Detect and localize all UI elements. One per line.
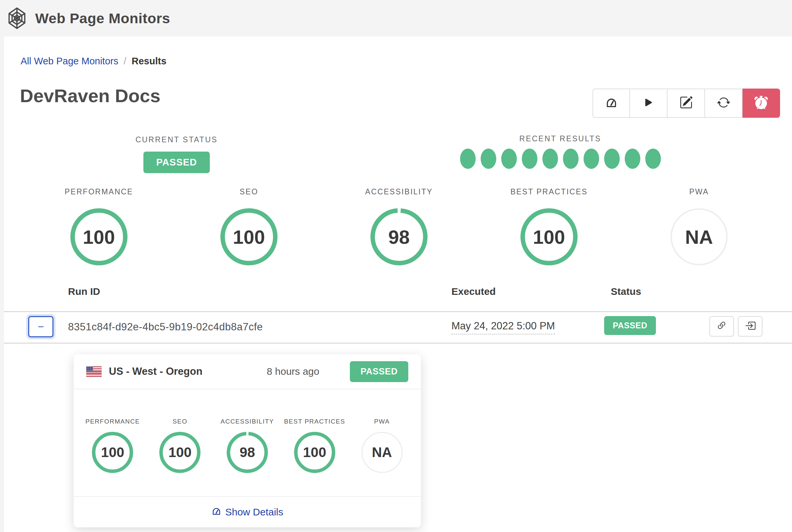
score-value: 100: [101, 444, 124, 460]
breadcrumb-link-all-monitors[interactable]: All Web Page Monitors: [21, 56, 118, 66]
breadcrumb: All Web Page Monitors / Results: [21, 56, 166, 66]
score-best-practices: BEST PRACTICES100: [474, 187, 624, 265]
score-label: PWA: [374, 418, 390, 425]
current-status-badge: PASSED: [143, 152, 209, 173]
link-icon: [716, 320, 727, 332]
monitor-toolbar: [592, 89, 780, 118]
score-circle: NA: [362, 432, 403, 473]
content-panel: All Web Page Monitors / Results DevRaven…: [4, 37, 792, 532]
score-label: SEO: [240, 187, 258, 196]
recent-result-dot: [625, 149, 640, 169]
row-actions: [710, 316, 762, 337]
score-circle: 100: [159, 432, 201, 473]
score-value: 100: [168, 444, 191, 460]
score-value: 98: [388, 226, 410, 248]
column-header-run-id: Run ID: [68, 286, 100, 297]
score-circle: 100: [70, 208, 127, 265]
score-pwa: PWANA: [348, 418, 416, 473]
score-accessibility: ACCESSIBILITY98: [324, 187, 474, 265]
show-details-link[interactable]: Show Details: [74, 497, 421, 527]
score-value: 100: [533, 226, 565, 248]
score-seo: SEO100: [146, 418, 214, 473]
score-circle: 98: [370, 208, 427, 265]
recent-result-dot: [522, 149, 537, 169]
show-details-label: Show Details: [225, 507, 283, 518]
edit-icon: [680, 96, 693, 111]
score-label: PWA: [689, 187, 709, 196]
score-label: BEST PRACTICES: [511, 187, 588, 196]
recent-result-dot: [501, 149, 517, 169]
table-divider-top: [4, 311, 792, 312]
recent-result-dot: [584, 149, 599, 169]
column-header-executed: Executed: [452, 286, 496, 297]
alarm-icon: [755, 96, 768, 111]
score-circle: 100: [520, 208, 577, 265]
score-best-practices: BEST PRACTICES100: [281, 418, 348, 473]
recent-results-section: RECENT RESULTS: [386, 134, 735, 169]
current-status-section: CURRENT STATUS PASSED: [110, 135, 243, 173]
score-label: BEST PRACTICES: [284, 418, 345, 425]
score-label: ACCESSIBILITY: [220, 418, 274, 425]
score-value: NA: [372, 444, 392, 460]
recent-result-dot: [563, 149, 578, 169]
refresh-button[interactable]: [705, 89, 742, 118]
score-value: 100: [303, 444, 326, 460]
web-monitor-logo-icon: [7, 7, 26, 29]
refresh-icon: [717, 96, 730, 111]
score-summary-row: PERFORMANCE100SEO100ACCESSIBILITY98BEST …: [24, 187, 774, 265]
box-arrow-in-right-icon: [745, 320, 755, 332]
score-label: ACCESSIBILITY: [365, 187, 433, 196]
score-performance: PERFORMANCE100: [24, 187, 174, 265]
result-score-row: PERFORMANCE100SEO100ACCESSIBILITY98BEST …: [79, 418, 416, 473]
open-run-button[interactable]: [738, 316, 762, 337]
score-label: PERFORMANCE: [85, 418, 140, 425]
score-seo: SEO100: [174, 187, 324, 265]
score-circle: 100: [294, 432, 335, 473]
score-circle: 98: [227, 432, 268, 473]
score-circle: 100: [220, 208, 277, 265]
recent-result-dot: [542, 149, 558, 169]
page-title: DevRaven Docs: [20, 85, 160, 107]
recent-results-label: RECENT RESULTS: [386, 134, 735, 143]
table-divider-bottom: [4, 343, 792, 344]
score-performance: PERFORMANCE100: [79, 418, 146, 473]
executed-cell: May 24, 2022 5:00 PM: [452, 320, 555, 335]
result-card-body: PERFORMANCE100SEO100ACCESSIBILITY98BEST …: [74, 389, 421, 497]
recent-result-dot: [481, 149, 496, 169]
score-value: 100: [233, 226, 265, 248]
score-accessibility: ACCESSIBILITY98: [214, 418, 281, 473]
recent-result-dot: [645, 149, 661, 169]
score-value: NA: [685, 226, 713, 248]
score-value: 98: [240, 444, 255, 460]
edit-monitor-button[interactable]: [667, 89, 705, 118]
copy-link-button[interactable]: [710, 316, 734, 337]
view-results-button[interactable]: [592, 89, 630, 118]
gauge-icon: [211, 506, 222, 519]
app-title: Web Page Monitors: [35, 10, 170, 26]
score-label: PERFORMANCE: [65, 187, 133, 196]
app-header: Web Page Monitors: [0, 0, 792, 37]
run-now-button[interactable]: [630, 89, 667, 118]
score-label: SEO: [172, 418, 187, 425]
alerts-button[interactable]: [742, 89, 780, 118]
recent-result-dot: [460, 149, 476, 169]
breadcrumb-separator: /: [124, 56, 126, 66]
recent-result-dot: [604, 149, 620, 169]
us-flag-icon: [86, 366, 102, 377]
score-value: 100: [83, 226, 115, 248]
score-circle: 100: [92, 432, 133, 473]
result-status-badge: PASSED: [350, 361, 408, 382]
result-location: US - West - Oregon: [109, 365, 202, 377]
gauge-icon: [605, 96, 618, 111]
column-header-status: Status: [611, 286, 641, 297]
breadcrumb-current: Results: [132, 56, 167, 66]
recent-results-dots: [386, 149, 735, 169]
result-card-header: US - West - Oregon 8 hours ago PASSED: [74, 354, 421, 389]
score-circle: NA: [670, 208, 727, 265]
run-id-cell: 8351c84f-d92e-4bc5-9b19-02c4db8a7cfe: [68, 321, 263, 333]
collapse-row-button[interactable]: −: [28, 316, 53, 337]
run-result-card: US - West - Oregon 8 hours ago PASSED PE…: [74, 354, 421, 527]
score-pwa: PWANA: [624, 187, 774, 265]
current-status-label: CURRENT STATUS: [110, 135, 243, 144]
status-badge: PASSED: [604, 316, 656, 335]
